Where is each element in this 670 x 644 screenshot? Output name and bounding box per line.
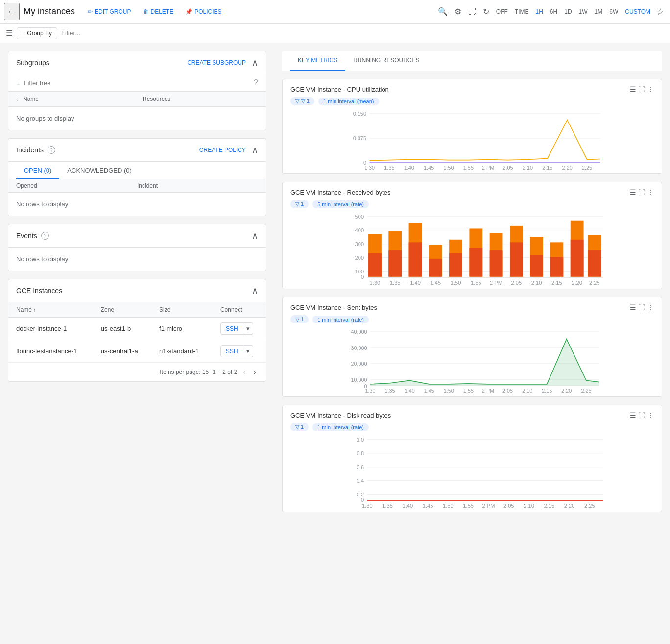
group-by-button[interactable]: + Group By <box>17 27 57 39</box>
sent-expand-icon[interactable]: ⛶ <box>638 303 645 311</box>
svg-text:1:40: 1:40 <box>403 503 413 509</box>
next-page-button[interactable]: › <box>252 367 258 377</box>
subgroups-collapse-button[interactable]: ∧ <box>252 57 258 68</box>
hamburger-icon: ☰ <box>6 28 13 38</box>
svg-text:2:05: 2:05 <box>502 388 513 394</box>
received-bytes-chart-card: GCE VM Instance - Received bytes ☰ ⛶ ⋮ ▽… <box>282 182 662 289</box>
connect-header: Connect <box>213 302 266 318</box>
events-collapse-button[interactable]: ∧ <box>252 230 258 241</box>
incidents-card: Incidents ? CREATE POLICY ∧ OPEN (0) ACK… <box>8 138 266 216</box>
svg-rect-39 <box>449 253 462 277</box>
filter-tree-input[interactable] <box>24 79 250 87</box>
table-header-row: Name ↑ Zone Size Connect <box>8 302 266 318</box>
time-controls: 🔍 ⚙ ⛶ ↻ OFF TIME 1H 6H 1D 1W 1M 6W CUSTO… <box>435 4 666 19</box>
fullscreen-button[interactable]: ⛶ <box>465 5 479 18</box>
svg-text:1:50: 1:50 <box>443 165 454 171</box>
page-range-label: 1 – 2 of 2 <box>213 369 237 375</box>
svg-text:1:50: 1:50 <box>443 503 454 509</box>
1w-button[interactable]: 1W <box>576 6 591 17</box>
instance-connect: SSH ▾ <box>213 318 266 340</box>
sent-bytes-chart-card: GCE VM Instance - Sent bytes ☰ ⛶ ⋮ ▽ 1 1… <box>282 297 662 397</box>
help-icon: ? <box>254 78 258 87</box>
1m-button[interactable]: 1M <box>592 6 606 17</box>
1d-button[interactable]: 1D <box>561 6 574 17</box>
settings-button[interactable]: ⚙ <box>452 5 464 18</box>
6w-button[interactable]: 6W <box>606 6 621 17</box>
svg-text:2:15: 2:15 <box>544 503 554 509</box>
recv-expand-icon[interactable]: ⛶ <box>638 188 645 196</box>
delete-icon: 🗑 <box>143 8 149 15</box>
create-policy-link[interactable]: CREATE POLICY <box>199 147 246 153</box>
policies-icon: 📌 <box>185 8 192 15</box>
search-button[interactable]: 🔍 <box>435 5 451 18</box>
svg-text:2:25: 2:25 <box>582 165 592 171</box>
delete-button[interactable]: 🗑 DELETE <box>138 6 179 17</box>
cpu-chart-area: 0.150 0.075 0 1:30 1:35 1:40 1:45 <box>283 109 662 173</box>
prev-page-button[interactable]: ‹ <box>241 367 247 377</box>
no-events-text: No rows to display <box>16 255 68 263</box>
time-button[interactable]: TIME <box>512 6 532 17</box>
edit-icon: ✏ <box>88 8 93 15</box>
open-incidents-tab[interactable]: OPEN (0) <box>16 162 59 179</box>
svg-text:1:45: 1:45 <box>423 503 433 509</box>
svg-text:1:35: 1:35 <box>385 388 395 394</box>
refresh-button[interactable]: ↻ <box>480 5 492 18</box>
gce-instances-collapse-button[interactable]: ∧ <box>252 285 258 296</box>
svg-rect-43 <box>490 250 503 277</box>
sent-more-icon[interactable]: ⋮ <box>647 303 654 311</box>
subgroups-card: Subgroups CREATE SUBGROUP ∧ ≡ ? ↓ Name R… <box>8 51 266 130</box>
svg-text:1:35: 1:35 <box>390 280 401 286</box>
cpu-expand-icon[interactable]: ⛶ <box>638 85 645 93</box>
filter-input[interactable] <box>61 29 144 37</box>
acknowledged-incidents-tab[interactable]: ACKNOWLEDGED (0) <box>59 162 139 179</box>
svg-text:2:25: 2:25 <box>581 388 591 394</box>
sent-bytes-title: GCE VM Instance - Sent bytes <box>290 304 377 311</box>
svg-text:0.4: 0.4 <box>357 478 364 484</box>
gce-table-body: docker-instance-1 us-east1-b f1-micro SS… <box>8 318 266 363</box>
key-metrics-tab[interactable]: KEY METRICS <box>290 51 345 71</box>
disk-expand-icon[interactable]: ⛶ <box>638 411 645 419</box>
create-subgroup-link[interactable]: CREATE SUBGROUP <box>187 59 246 66</box>
items-per-page-label: Items per page: 15 <box>160 369 209 375</box>
back-button[interactable]: ← <box>4 3 20 20</box>
instance-zone: us-central1-a <box>93 340 151 363</box>
cpu-more-icon[interactable]: ⋮ <box>647 85 654 93</box>
ssh-button[interactable]: SSH <box>220 345 243 357</box>
svg-rect-47 <box>530 255 543 277</box>
cpu-list-icon[interactable]: ☰ <box>630 85 636 93</box>
1h-button[interactable]: 1H <box>533 6 546 17</box>
svg-rect-31 <box>368 253 382 277</box>
svg-text:1:40: 1:40 <box>410 280 421 286</box>
svg-text:1:55: 1:55 <box>471 280 481 286</box>
events-card: Events ? ∧ No rows to display <box>8 224 266 271</box>
sent-list-icon[interactable]: ☰ <box>630 303 636 311</box>
disk-list-icon[interactable]: ☰ <box>630 411 636 419</box>
svg-text:500: 500 <box>355 214 364 220</box>
ssh-button[interactable]: SSH <box>220 322 243 335</box>
disk-read-chart-card: GCE VM Instance - Disk read bytes ☰ ⛶ ⋮ … <box>282 405 662 512</box>
off-button[interactable]: OFF <box>493 6 511 17</box>
table-row: florinc-test-instance-1 us-central1-a n1… <box>8 340 266 363</box>
svg-text:0.8: 0.8 <box>357 450 364 456</box>
star-button[interactable]: ☆ <box>654 4 666 19</box>
ssh-dropdown-button[interactable]: ▾ <box>243 322 253 335</box>
running-resources-tab[interactable]: RUNNING RESOURCES <box>345 51 427 71</box>
ssh-dropdown-button[interactable]: ▾ <box>243 345 253 357</box>
recv-interval-chip: 5 min interval (rate) <box>312 200 369 208</box>
pagination-row: Items per page: 15 1 – 2 of 2 ‹ › <box>8 363 266 381</box>
incidents-collapse-button[interactable]: ∧ <box>252 145 258 155</box>
policies-button[interactable]: 📌 POLICIES <box>180 6 226 17</box>
events-help-icon: ? <box>41 232 49 240</box>
svg-text:1:40: 1:40 <box>405 388 415 394</box>
recv-list-icon[interactable]: ☰ <box>630 188 636 196</box>
cpu-filter-icon: ▽ <box>295 98 299 104</box>
svg-marker-76 <box>370 339 599 386</box>
svg-text:1:50: 1:50 <box>451 280 461 286</box>
edit-group-button[interactable]: ✏ EDIT GROUP <box>83 6 136 17</box>
svg-rect-37 <box>429 259 442 277</box>
6h-button[interactable]: 6H <box>547 6 560 17</box>
svg-text:1:35: 1:35 <box>384 165 394 171</box>
disk-more-icon[interactable]: ⋮ <box>647 411 654 419</box>
recv-more-icon[interactable]: ⋮ <box>647 188 654 196</box>
custom-button[interactable]: CUSTOM <box>622 6 653 17</box>
